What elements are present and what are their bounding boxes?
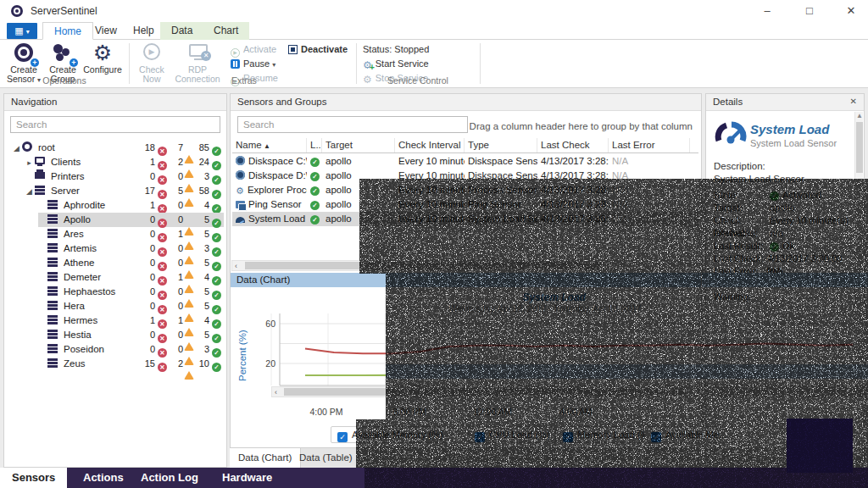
minimize-button[interactable]: – (750, 0, 784, 22)
chart-title: System Load (522, 291, 586, 303)
data-chart-section-header[interactable]: Data (Chart) (231, 273, 701, 287)
sensor-last-error: N/A (609, 212, 690, 226)
details-field-label: Last Error: (714, 265, 770, 278)
expander-icon[interactable]: ◢ (11, 141, 22, 156)
sensor-type: Diskspace Sensor (465, 169, 537, 183)
tab-data-table[interactable]: Data (Table) (291, 448, 361, 469)
tree-item-athene[interactable]: Athene0✕05✓ (4, 256, 226, 270)
column-header-label: Target (326, 140, 353, 150)
activate-button[interactable]: ▶Activate (231, 43, 276, 56)
rdp-icon (186, 42, 209, 64)
sensors-horizontal-scrollbar[interactable]: ‹ (231, 260, 700, 271)
sensor-row-diskspace-c[interactable]: Diskspace C:\✓apolloEvery 10 minute(s)Di… (232, 154, 698, 169)
expander-icon[interactable]: ▸ (24, 156, 35, 170)
bottom-tab-sensors[interactable]: Sensors (0, 468, 67, 488)
checkbox-checked-icon[interactable]: ✓ (337, 432, 348, 442)
tree-item-artemis[interactable]: Artemis0✕03✓ (4, 241, 226, 256)
start-service-button[interactable]: ⚙Start Service (363, 58, 429, 70)
close-button[interactable]: ✕ (834, 0, 868, 22)
ok-count: 85 (189, 141, 209, 155)
column-header-check-interval[interactable]: Check Interval (395, 138, 465, 152)
legend-item-memory-load[interactable]: ✓Memory Load (%) (556, 426, 658, 443)
pause-button[interactable]: Pause ▾ (231, 58, 275, 70)
nav-tree: ◢root18✕785✓▸Clients1✕224✓Printers0✕03✓◢… (4, 141, 226, 371)
tree-item-server[interactable]: ◢Server17✕558✓ (4, 184, 226, 198)
scrollbar-thumb[interactable] (245, 262, 601, 269)
column-header-target[interactable]: Target (322, 138, 395, 152)
ok-count: 3 (189, 169, 209, 184)
tree-item-apollo[interactable]: Apollo0✕05✓ (4, 213, 226, 227)
checkbox-checked-icon[interactable]: ✓ (563, 432, 573, 442)
tree-item-clients[interactable]: ▸Clients1✕224✓ (4, 155, 226, 169)
tree-item-poseidon[interactable]: Poseidon0✕03✓ (4, 342, 226, 357)
warning-count: 7 (163, 141, 183, 155)
scrollbar-thumb[interactable] (284, 388, 687, 396)
column-header-l[interactable]: L.. (307, 138, 322, 152)
tree-item-printers[interactable]: Printers0✕03✓ (4, 169, 226, 184)
ok-count: 3 (189, 241, 209, 256)
ok-badge-icon: ✓ (770, 191, 779, 201)
scroll-up-icon[interactable]: ▲ (856, 112, 863, 119)
scroll-left-icon[interactable]: ‹ (235, 261, 237, 271)
configure-button[interactable]: ⚙ Configure (81, 42, 124, 75)
sensor-row-diskspace-d[interactable]: Diskspace D:\✓apolloEvery 10 minute(s)Di… (232, 169, 698, 183)
sensors-panel-header: Sensors and Groups (231, 94, 701, 111)
tab-help[interactable]: Help (122, 22, 165, 40)
sensor-check-interval: Every 10 minute(s) (395, 183, 465, 197)
tree-item-root[interactable]: ◢root18✕785✓ (4, 141, 226, 155)
sensor-row-system-load[interactable]: System Load✓apolloEvery 10 minute(s)Syst… (232, 212, 698, 226)
legend-item-available-me[interactable]: ✓Available Me... (644, 426, 733, 443)
column-header-last-check[interactable]: Last Check (537, 138, 609, 152)
tree-item-zeus[interactable]: Zeus15✕210✓ (4, 357, 226, 371)
column-header-name[interactable]: Name ▲ (232, 138, 307, 152)
tree-item-aphrodite[interactable]: Aphrodite1✕04✓ (4, 198, 226, 213)
tab-data[interactable]: Data (160, 22, 203, 40)
navigation-search-input[interactable]: Search (10, 116, 220, 133)
chevron-down-icon: ▾ (272, 61, 275, 69)
column-header-type[interactable]: Type (465, 138, 537, 152)
details-field-target: Target:apollo (706, 202, 854, 214)
chart-horizontal-scrollbar[interactable]: ‹ (271, 386, 698, 397)
ok-count: 10 (189, 357, 209, 371)
tree-item-hera[interactable]: Hera0✕05✓ (4, 299, 226, 313)
sensors-search-input[interactable]: Search (237, 116, 468, 133)
tree-item-ares[interactable]: Ares0✕15✓ (4, 227, 226, 241)
ok-badge-icon: ✓ (212, 359, 221, 374)
tree-item-hestia[interactable]: Hestia0✕05✓ (4, 328, 226, 342)
scrollbar-thumb[interactable] (856, 122, 863, 173)
error-count: 1 (135, 155, 155, 169)
checkbox-checked-icon[interactable]: ✓ (651, 432, 661, 442)
legend-item-available-memory[interactable]: ✓Available Memory (%) (331, 426, 449, 443)
sensor-last-check: 4/13/2017 3:28:4... (537, 183, 609, 197)
group-by-drop-zone[interactable]: Drag a column header here to group by th… (470, 121, 693, 131)
app-menu-button[interactable]: ▦ ▾ (7, 23, 37, 39)
legend-item-cpu-load[interactable]: ✓CPU Load (%) (468, 426, 556, 443)
expander-icon[interactable]: ◢ (24, 185, 35, 199)
checkbox-checked-icon[interactable]: ✓ (475, 432, 485, 442)
sensor-row-ping-sensor[interactable]: Ping Sensor✓apolloEvery 10 minute(s)Ping… (232, 197, 698, 212)
sensor-type: Diskspace Sensor (465, 154, 537, 169)
navigation-panel: Navigation Search ◢root18✕785✓▸Clients1✕… (3, 93, 227, 468)
error-count: 0 (135, 241, 155, 256)
status-ok-icon: ✓ (310, 186, 320, 196)
tree-item-demeter[interactable]: Demeter0✕14✓ (4, 270, 226, 285)
details-close-icon[interactable]: ✕ (850, 97, 857, 106)
bottom-tab-action-log[interactable]: Action Log (129, 468, 210, 488)
bottom-tab-hardware[interactable]: Hardware (210, 468, 284, 488)
tab-chart[interactable]: Chart (203, 22, 249, 40)
tree-item-label: Hephaestos (64, 286, 115, 297)
tree-item-hermes[interactable]: Hermes1✕14✓ (4, 313, 226, 328)
maximize-button[interactable]: □ (793, 0, 826, 22)
column-header-last-error[interactable]: Last Error (609, 138, 690, 152)
bottom-tab-actions[interactable]: Actions (71, 468, 136, 488)
status-ok-icon: ✓ (310, 201, 320, 210)
details-field-value: Every 10 minute(s) (770, 214, 848, 227)
sensor-name: System Load (248, 214, 305, 224)
x-tick-label: 12:00 AM (471, 407, 514, 417)
status-ok-icon: ✓ (310, 172, 320, 181)
tree-item-hephaestos[interactable]: Hephaestos0✕05✓ (4, 285, 226, 299)
deactivate-button[interactable]: Deactivate (288, 43, 348, 56)
server-icon (47, 214, 58, 224)
scroll-left-icon[interactable]: ‹ (275, 387, 277, 397)
sensor-row-explorer-process[interactable]: ⚙Explorer Process✓apolloEvery 10 minute(… (232, 183, 698, 197)
